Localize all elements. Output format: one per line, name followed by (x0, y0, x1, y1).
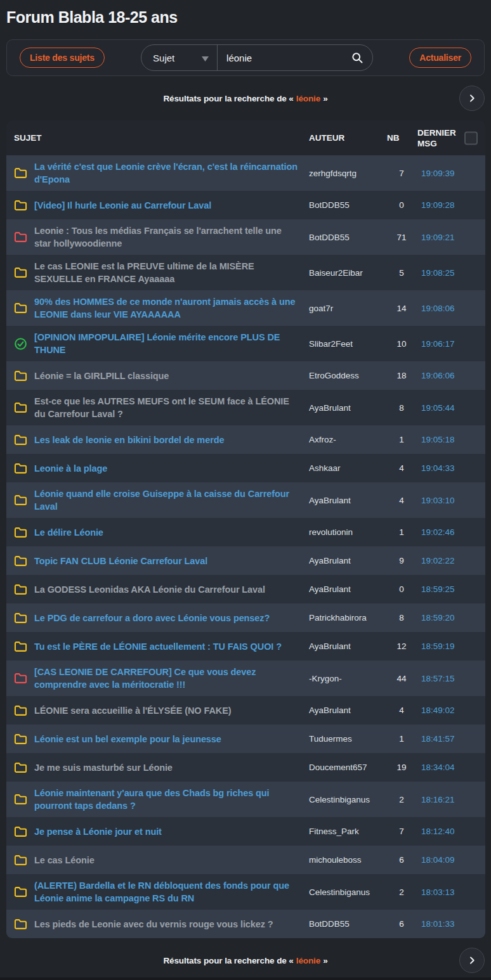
topic-title-link[interactable]: [CAS LEONIE DE CARREFOUR] Ce que vous de… (34, 666, 309, 691)
folder-yellow-icon (6, 200, 34, 211)
topic-title-link[interactable]: Tu est le PÈRE de LÉONIE actuellement : … (34, 640, 309, 653)
topic-title-link[interactable]: Les leak de leonie en bikini bordel de m… (34, 434, 309, 446)
topic-author: AyaBrulant (309, 584, 387, 594)
topic-row: Topic FAN CLUB Léonie Carrefour Laval Ay… (6, 546, 485, 575)
topic-last-msg-time[interactable]: 18:34:04 (416, 763, 479, 772)
refresh-button[interactable]: Actualiser (409, 48, 471, 68)
topic-title-link[interactable]: Les pieds de Leonie avec du vernis rouge… (34, 918, 309, 931)
topic-title-link[interactable]: Est-ce que les AUTRES MEUFS ont le SEUM … (34, 395, 309, 420)
topic-title-link[interactable]: Le délire Léonie (34, 526, 309, 539)
folder-yellow-icon (6, 826, 34, 837)
topic-message-count: 4 (387, 463, 416, 473)
folder-red-icon (6, 673, 34, 684)
topic-title-link[interactable]: Léonie quand elle croise Guiseppe à la c… (34, 487, 309, 513)
topic-last-msg-time[interactable]: 18:49:02 (416, 706, 479, 715)
topic-rows: La vérité c'est que Leonie crève l'écran… (6, 155, 485, 938)
results-prefix: Résultats pour la recherche de « (163, 94, 293, 103)
topic-title-link[interactable]: (ALERTE) Bardella et le RN débloquent de… (34, 879, 309, 905)
topic-last-msg-time[interactable]: 19:02:22 (416, 556, 479, 565)
topic-author: BotDDB55 (309, 919, 387, 929)
topic-row: Leonie : Tous les médias Français se l'a… (6, 219, 485, 255)
next-page-button[interactable] (459, 948, 485, 973)
topic-row: Léonie est un bel exemple pour la jeunes… (6, 725, 485, 753)
topic-last-msg-time[interactable]: 18:59:20 (416, 613, 479, 622)
topic-last-msg-time[interactable]: 18:59:25 (416, 584, 479, 594)
topic-message-count: 0 (387, 200, 416, 210)
topic-title-link[interactable]: Le cas Léonie (34, 854, 309, 867)
topic-title-link[interactable]: Le cas LEONIE est la PREUVE ultime de la… (34, 260, 309, 285)
topic-last-msg-time[interactable]: 19:05:18 (416, 435, 479, 444)
topic-row: 90% des HOMMES de ce monde n'auront jama… (6, 290, 485, 326)
page-bottom-divider (0, 977, 491, 980)
header-last-msg-label: DERNIER MSG (417, 127, 457, 149)
topic-last-msg-time[interactable]: 18:59:19 (416, 642, 479, 651)
topic-message-count: 6 (387, 919, 416, 929)
topic-message-count: 4 (387, 706, 416, 715)
topic-title-link[interactable]: Le PDG de carrefour a doro avec Léonie v… (34, 612, 309, 624)
topic-title-link[interactable]: Léonie = la GIRLPILL classique (34, 370, 309, 382)
folder-yellow-icon (6, 267, 34, 278)
folder-yellow-icon (6, 527, 34, 538)
select-all-checkbox[interactable] (464, 131, 478, 145)
topic-row: Le cas LEONIE est la PREUVE ultime de la… (6, 255, 485, 290)
topic-row: Est-ce que les AUTRES MEUFS ont le SEUM … (6, 390, 485, 425)
topic-title-link[interactable]: La vérité c'est que Leonie crève l'écran… (34, 160, 309, 186)
topic-last-msg-time[interactable]: 19:04:33 (416, 463, 479, 473)
folder-yellow-icon (6, 167, 34, 179)
topic-title-link[interactable]: LÉONIE sera accueillie à l'ÉLYSÉE (NO FA… (34, 704, 309, 717)
topic-row: Léonie = la GIRLPILL classique EtroGodde… (6, 361, 485, 390)
topic-last-msg-time[interactable]: 18:03:13 (416, 887, 479, 897)
topic-title-link[interactable]: Je pense à Léonie jour et nuit (34, 825, 309, 838)
folder-yellow-icon (6, 402, 34, 413)
topic-row: [Video] Il hurle Leonie au Carrefour Lav… (6, 191, 485, 219)
topic-title-link[interactable]: Leonie à la plage (34, 462, 309, 475)
topic-last-msg-time[interactable]: 19:02:46 (416, 527, 479, 537)
topic-last-msg-time[interactable]: 18:04:09 (416, 855, 479, 865)
topic-list-button[interactable]: Liste des sujets (20, 48, 105, 68)
topic-title-link[interactable]: La GODESS Leonidas AKA Léonie du Carrefo… (34, 583, 309, 596)
folder-yellow-icon (6, 794, 34, 805)
topic-last-msg-time[interactable]: 18:57:15 (416, 674, 479, 683)
topic-author: Baiseur2Eibar (309, 268, 387, 278)
topic-last-msg-time[interactable]: 18:01:33 (416, 919, 479, 929)
results-bar-top: Résultats pour la recherche de «léonie» (0, 76, 491, 120)
results-bar-bottom: Résultats pour la recherche de «léonie» (0, 938, 491, 980)
topic-message-count: 12 (387, 642, 416, 651)
topic-row: [CAS LEONIE DE CARREFOUR] Ce que vous de… (6, 661, 485, 696)
topic-author: AyaBrulant (309, 642, 387, 651)
topic-title-link[interactable]: Topic FAN CLUB Léonie Carrefour Laval (34, 555, 309, 567)
topic-title-link[interactable]: [OPINION IMPOPULAIRE] Léonie mérite enco… (34, 331, 309, 356)
topic-last-msg-time[interactable]: 18:12:40 (416, 827, 479, 836)
topic-last-msg-time[interactable]: 19:06:06 (416, 371, 479, 380)
next-page-button[interactable] (459, 86, 485, 111)
topic-last-msg-time[interactable]: 19:09:21 (416, 233, 479, 242)
search-scope-select[interactable]: Sujet (141, 45, 218, 70)
search-icon[interactable] (348, 51, 372, 64)
topic-title-link[interactable]: Leonie : Tous les médias Français se l'a… (34, 224, 309, 250)
topic-message-count: 18 (387, 371, 416, 380)
topic-title-link[interactable]: Léonie maintenant y'aura que des Chads b… (34, 787, 309, 812)
topic-last-msg-time[interactable]: 18:16:21 (416, 795, 479, 804)
topic-title-link[interactable]: 90% des HOMMES de ce monde n'auront jama… (34, 295, 309, 321)
results-suffix: » (323, 956, 327, 965)
topic-row: La vérité c'est que Leonie crève l'écran… (6, 155, 485, 191)
topic-last-msg-time[interactable]: 19:03:10 (416, 496, 479, 505)
topic-last-msg-time[interactable]: 19:05:44 (416, 403, 479, 413)
topic-title-link[interactable]: Je me suis masturbé sur Léonie (34, 761, 309, 774)
topic-last-msg-time[interactable]: 19:06:17 (416, 339, 479, 349)
folder-yellow-icon (6, 370, 34, 382)
topic-last-msg-time[interactable]: 18:41:57 (416, 734, 479, 744)
topic-last-msg-time[interactable]: 19:08:25 (416, 268, 479, 278)
folder-yellow-icon (6, 584, 34, 595)
toolbar: Liste des sujets Sujet Actualiser (6, 39, 485, 76)
search-input[interactable] (218, 53, 348, 63)
topic-last-msg-time[interactable]: 19:08:06 (416, 304, 479, 313)
topic-title-link[interactable]: Léonie est un bel exemple pour la jeunes… (34, 733, 309, 745)
topic-title-link[interactable]: [Video] Il hurle Leonie au Carrefour Lav… (34, 199, 309, 212)
topic-author: -Krygon- (309, 674, 387, 683)
topic-last-msg-time[interactable]: 19:09:39 (416, 169, 479, 178)
topic-message-count: 71 (387, 233, 416, 242)
topic-last-msg-time[interactable]: 19:09:28 (416, 200, 479, 210)
topic-message-count: 44 (387, 674, 416, 683)
topic-row: LÉONIE sera accueillie à l'ÉLYSÉE (NO FA… (6, 696, 485, 725)
